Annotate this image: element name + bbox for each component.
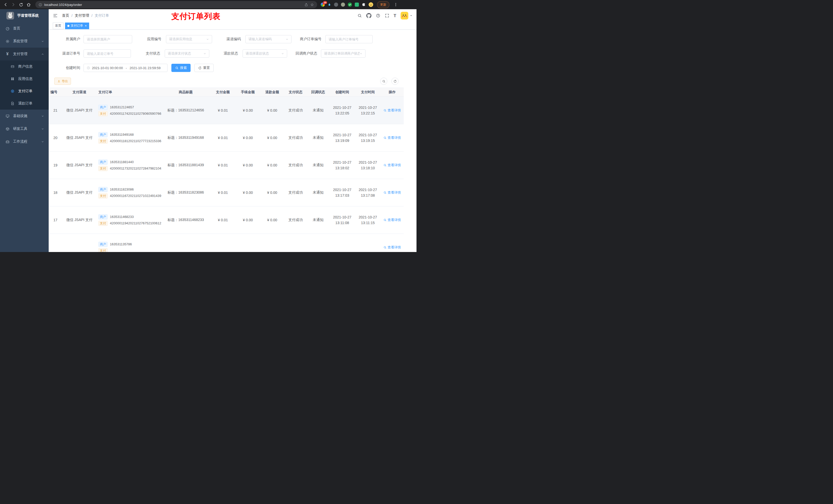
notify-status-select[interactable]: 请选择订单回调商户状态	[321, 49, 365, 57]
pay-tag: 支付	[98, 248, 108, 252]
tab-close-icon[interactable]: ×	[85, 24, 87, 27]
breadcrumb-payment[interactable]: 支付管理	[75, 13, 89, 18]
extension-icon[interactable]	[355, 3, 359, 7]
browser-forward-icon[interactable]	[10, 1, 17, 8]
extension-icon[interactable]	[341, 3, 345, 7]
sidebar-item-system[interactable]: 系统管理	[0, 35, 49, 48]
pay-tag: 支付	[98, 193, 108, 198]
cell-refund: ¥ 0.00	[260, 191, 284, 195]
search-button[interactable]: 搜索	[171, 64, 191, 72]
cell-order: 商户 1635311823086 支付 42000011672021102710…	[95, 186, 161, 200]
sidebar-item-dev-tools[interactable]: 研发工具	[0, 122, 49, 135]
caret-down-icon	[410, 14, 412, 17]
address-bar[interactable]: localhost:1024/pay/order	[35, 1, 317, 8]
cell-fee: ¥ 0.00	[236, 136, 260, 140]
sidebar-item-refund-order[interactable]: 退款订单	[0, 97, 49, 110]
chrome-update-button[interactable]: 更新	[377, 1, 389, 8]
sidebar-logo[interactable]: 芋道管理系统	[0, 9, 49, 22]
share-icon[interactable]	[304, 3, 308, 7]
browser-back-icon[interactable]	[2, 1, 9, 8]
view-detail-link[interactable]: 查看详情	[383, 108, 401, 113]
merchant-tag: 商户	[98, 214, 108, 219]
sidebar-item-workflow[interactable]: 工作流程	[0, 135, 49, 148]
sidebar-item-merchant-info[interactable]: 商户信息	[0, 61, 49, 73]
pay-order-no: 4200001174202110278060590766	[110, 112, 161, 116]
merchant-input[interactable]	[84, 35, 132, 43]
tab-pay-order[interactable]: 支付订单 ×	[65, 23, 89, 29]
merchant-tag: 商户	[98, 160, 108, 165]
filter-label-create-time: 创建时间	[54, 66, 84, 70]
extension-check-icon[interactable]	[348, 3, 352, 7]
table-row: 18 微信 JSAPI 支付 商户 1635311823086 支付	[49, 179, 404, 207]
pay-status-select[interactable]: 请选择支付状态	[165, 49, 209, 57]
cell-pay-time: 2021-10-27 13:17:08	[355, 187, 381, 198]
view-detail-link[interactable]: 查看详情	[383, 218, 401, 222]
cell-order: 商户 1635311881440 支付 42000011732021102728…	[95, 158, 161, 172]
sidebar-item-payment[interactable]: ¥ 支付管理	[0, 48, 49, 61]
filter-label-app-no: 应用编号	[132, 37, 166, 42]
cell-create-time: 2021-10-27 13:18:02	[329, 160, 355, 171]
payment-submenu: 商户信息 应用信息 支付订单 退款订单	[0, 61, 49, 110]
range-start-value: 2021-10-01 00:00:00	[92, 66, 123, 70]
bookmark-star-icon[interactable]	[310, 3, 314, 7]
browser-refresh-icon[interactable]	[18, 1, 25, 8]
cell-refund: ¥ 0.00	[260, 163, 284, 167]
github-icon[interactable]	[366, 13, 372, 18]
merchant-order-no-input[interactable]	[325, 35, 373, 43]
toggle-search-icon-button[interactable]	[380, 78, 387, 85]
filter-label-channel-order-no: 渠道订单号	[54, 51, 84, 56]
cell-notify: 未通知	[307, 136, 329, 140]
channel-order-no-input[interactable]	[84, 49, 131, 57]
table-row: 20 微信 JSAPI 支付 商户 1635311949168 支付	[49, 124, 404, 152]
chevron-down-icon	[41, 140, 44, 143]
view-detail-link[interactable]: 查看详情	[383, 136, 401, 140]
cell-notify: 未通知	[307, 163, 329, 167]
view-detail-link[interactable]: 查看详情	[383, 245, 401, 250]
sidebar-item-pay-order[interactable]: 支付订单	[0, 85, 49, 97]
chevron-down-icon	[41, 127, 44, 130]
fullscreen-icon[interactable]	[385, 13, 389, 18]
profile-avatar-icon[interactable]	[368, 2, 373, 7]
cell-id: 19	[49, 163, 64, 167]
sidebar-item-app-info[interactable]: 应用信息	[0, 73, 49, 85]
refresh-table-icon-button[interactable]	[391, 78, 399, 85]
sidebar-toggle-icon[interactable]	[53, 13, 58, 18]
cell-notify: 未通知	[307, 190, 329, 195]
sidebar-item-home[interactable]: 首页	[0, 22, 49, 35]
cell-channel: 微信 JSAPI 支付	[64, 163, 95, 167]
cell-status: 支付成功	[284, 163, 307, 167]
extension-icon[interactable]: 10	[321, 3, 325, 7]
sidebar-item-infra[interactable]: 基础设施	[0, 110, 49, 122]
filter-label-pay-status: 支付状态	[131, 51, 165, 56]
breadcrumb-home[interactable]: 首页	[62, 13, 69, 18]
browser-menu-icon[interactable]	[394, 3, 398, 7]
refund-status-select[interactable]: 请选择退款状态	[243, 49, 287, 57]
pay-tag: 支付	[98, 221, 108, 226]
filter-label-merchant-order-no: 商户订单编号	[291, 37, 325, 42]
channel-code-select[interactable]: 请输入渠道编码	[245, 35, 291, 43]
view-detail-link[interactable]: 查看详情	[383, 163, 401, 167]
chevron-down-icon	[41, 40, 44, 43]
tab-home[interactable]: 首页	[53, 23, 64, 29]
reset-button[interactable]: 重置	[194, 64, 214, 72]
user-avatar-menu[interactable]	[401, 12, 412, 20]
extension-icon[interactable]	[334, 3, 338, 7]
site-info-icon[interactable]	[39, 3, 42, 7]
create-time-range-picker[interactable]: 2021-10-01 00:00:00 - 2021-10-31 23:59:5…	[84, 64, 168, 72]
extension-drop-icon[interactable]	[328, 3, 331, 7]
select-caret-icon	[281, 52, 284, 55]
search-icon[interactable]	[357, 13, 362, 18]
font-size-icon[interactable]: T	[394, 14, 396, 18]
cell-pay-time: 2021-10-27 13:22:15	[355, 105, 381, 116]
app-no-select[interactable]: 请选择应用信息	[166, 35, 212, 43]
cell-id: 21	[49, 108, 64, 113]
help-icon[interactable]	[376, 13, 380, 18]
merchant-order-no: 1635311881440	[110, 160, 134, 164]
extensions-puzzle-icon[interactable]	[362, 3, 366, 7]
table-header-row: 编号 支付渠道 支付订单 商品标题 支付金额 手续金额 退款金额 支付状态 回调…	[49, 88, 404, 97]
extensions-area: 10 更新	[321, 1, 398, 8]
view-detail-link[interactable]: 查看详情	[383, 190, 401, 195]
target-icon	[10, 89, 15, 94]
export-button[interactable]: 导出	[54, 78, 71, 85]
browser-home-icon[interactable]	[25, 1, 32, 8]
